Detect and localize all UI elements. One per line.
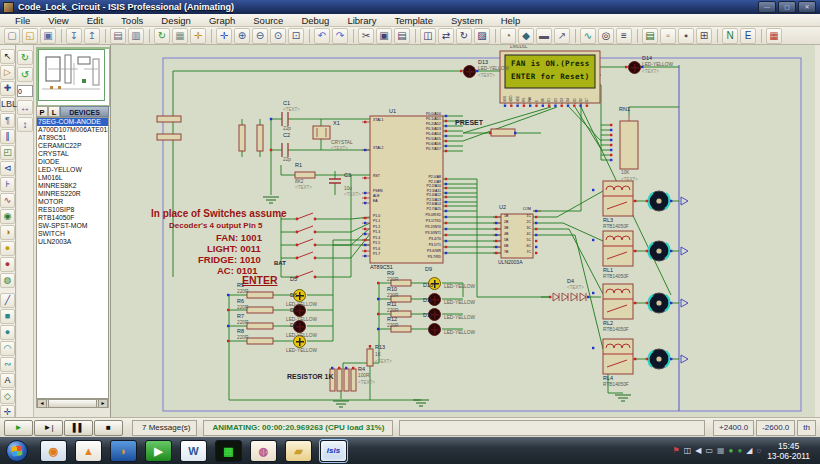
taskbar-word[interactable] bbox=[180, 440, 207, 462]
tray-network-icon[interactable] bbox=[746, 446, 752, 456]
taskbar-ares[interactable] bbox=[215, 440, 242, 462]
rotation-angle-field[interactable] bbox=[17, 85, 33, 97]
device-item[interactable]: CRYSTAL bbox=[37, 150, 108, 158]
netlist-to-ares-icon[interactable] bbox=[766, 28, 782, 44]
tray-action-center-icon[interactable] bbox=[673, 446, 680, 456]
current-probe-icon[interactable] bbox=[0, 257, 15, 272]
device-pin-icon[interactable] bbox=[0, 177, 15, 192]
relay-rl3[interactable] bbox=[603, 181, 633, 216]
graph-mode-icon[interactable] bbox=[0, 193, 15, 208]
remove-sheet-icon[interactable] bbox=[678, 28, 694, 44]
save-icon[interactable] bbox=[40, 28, 56, 44]
relay-rl2[interactable] bbox=[603, 284, 633, 319]
zoom-area-icon[interactable] bbox=[288, 28, 304, 44]
component-mode-icon[interactable] bbox=[0, 65, 15, 80]
menu-item[interactable]: Tools bbox=[112, 15, 152, 26]
tray-devices-icon[interactable] bbox=[717, 446, 725, 456]
tray-update-icon[interactable] bbox=[737, 446, 742, 456]
electrical-check-icon[interactable] bbox=[740, 28, 756, 44]
wire-label-icon[interactable] bbox=[0, 97, 15, 112]
print-icon[interactable] bbox=[110, 28, 126, 44]
zoom-all-icon[interactable] bbox=[270, 28, 286, 44]
virtual-instruments-icon[interactable] bbox=[0, 273, 15, 288]
tray-message-icon[interactable] bbox=[756, 446, 761, 456]
pause-button[interactable] bbox=[64, 420, 93, 436]
device-item[interactable]: RTB14050F bbox=[37, 214, 108, 222]
motor-fridge[interactable] bbox=[648, 293, 669, 313]
device-item[interactable]: RES10SIP8 bbox=[37, 206, 108, 214]
2d-line-icon[interactable] bbox=[0, 293, 15, 308]
2d-path-icon[interactable] bbox=[0, 357, 15, 372]
new-file-icon[interactable] bbox=[4, 28, 20, 44]
mirror-vertical-button[interactable] bbox=[17, 117, 33, 132]
block-move-icon[interactable] bbox=[438, 28, 454, 44]
cut-icon[interactable] bbox=[358, 28, 374, 44]
stop-button[interactable] bbox=[94, 420, 123, 436]
paste-icon[interactable] bbox=[394, 28, 410, 44]
resistor-pack-r4[interactable] bbox=[330, 369, 356, 391]
tray-window-icon[interactable] bbox=[684, 446, 692, 456]
minimize-button[interactable] bbox=[758, 1, 776, 13]
packaging-tool-icon[interactable] bbox=[536, 28, 552, 44]
taskbar-explorer[interactable] bbox=[285, 440, 312, 462]
tray-antivirus-icon[interactable] bbox=[729, 446, 734, 456]
preset-resistor[interactable] bbox=[491, 129, 515, 136]
generate-netlist-icon[interactable] bbox=[722, 28, 738, 44]
wire-autorouter-icon[interactable] bbox=[580, 28, 596, 44]
capacitor-c2[interactable] bbox=[282, 143, 288, 157]
zoom-out-icon[interactable] bbox=[252, 28, 268, 44]
pick-parts-button[interactable]: P bbox=[36, 106, 48, 117]
devices-scrollbar[interactable]: ◄ ► bbox=[36, 399, 109, 408]
menu-item[interactable]: Design bbox=[152, 15, 200, 26]
rotate-ccw-button[interactable] bbox=[17, 67, 33, 82]
resistors-r5-r8[interactable] bbox=[247, 292, 273, 344]
relay-rl1[interactable] bbox=[603, 231, 633, 266]
maximize-button[interactable] bbox=[778, 1, 796, 13]
device-item[interactable]: DIODE bbox=[37, 158, 108, 166]
capacitor-c1[interactable] bbox=[282, 112, 288, 126]
input-switches[interactable] bbox=[296, 213, 317, 278]
device-item[interactable]: MINRES8K2 bbox=[37, 182, 108, 190]
device-item[interactable]: MINRES220R bbox=[37, 190, 108, 198]
terminal-mode-icon[interactable] bbox=[0, 161, 15, 176]
design-explorer-icon[interactable] bbox=[642, 28, 658, 44]
taskbar-isis[interactable] bbox=[320, 440, 347, 462]
menu-item[interactable]: Edit bbox=[78, 15, 112, 26]
taskbar-paint[interactable] bbox=[250, 440, 277, 462]
import-icon[interactable] bbox=[66, 28, 82, 44]
zoom-in-icon[interactable] bbox=[234, 28, 250, 44]
device-item[interactable]: SWITCH bbox=[37, 230, 108, 238]
menu-item[interactable]: File bbox=[6, 15, 39, 26]
scroll-right-arrow-icon[interactable]: ► bbox=[98, 399, 108, 408]
menu-item[interactable]: Library bbox=[338, 15, 385, 26]
mirror-horizontal-button[interactable] bbox=[17, 100, 33, 115]
property-assignment-icon[interactable] bbox=[616, 28, 632, 44]
taskbar-vlc[interactable] bbox=[75, 440, 102, 462]
scroll-left-arrow-icon[interactable]: ◄ bbox=[37, 399, 47, 408]
taskbar-green-player[interactable] bbox=[145, 440, 172, 462]
edit-window[interactable]: FAN is ON.(Press ENTER for Reset) In pla… bbox=[110, 45, 815, 417]
undo-icon[interactable] bbox=[314, 28, 330, 44]
device-item[interactable]: ULN2003A bbox=[37, 238, 108, 246]
2d-box-icon[interactable] bbox=[0, 309, 15, 324]
decompose-icon[interactable] bbox=[554, 28, 570, 44]
menu-item[interactable]: Graph bbox=[200, 15, 244, 26]
search-tag-icon[interactable] bbox=[598, 28, 614, 44]
start-button[interactable] bbox=[6, 440, 28, 462]
device-item[interactable]: LED-YELLOW bbox=[37, 166, 108, 174]
pick-parts-icon[interactable] bbox=[500, 28, 516, 44]
device-item[interactable]: SW-SPST-MOM bbox=[37, 222, 108, 230]
menu-item[interactable]: Help bbox=[492, 15, 530, 26]
generator-mode-icon[interactable] bbox=[0, 225, 15, 240]
menu-item[interactable]: Debug bbox=[292, 15, 338, 26]
taskbar-media-player[interactable] bbox=[40, 440, 67, 462]
origin-icon[interactable] bbox=[190, 28, 206, 44]
2d-symbol-icon[interactable] bbox=[0, 389, 15, 404]
taskbar-clock[interactable]: 15:45 13-06-2011 bbox=[767, 441, 816, 461]
menu-item[interactable]: View bbox=[39, 15, 77, 26]
crystal-x1[interactable] bbox=[313, 126, 330, 139]
diode-row-d1-d4[interactable] bbox=[553, 293, 586, 301]
play-button[interactable] bbox=[4, 420, 33, 436]
open-folder-icon[interactable] bbox=[22, 28, 38, 44]
resistor-r13[interactable] bbox=[367, 349, 373, 366]
